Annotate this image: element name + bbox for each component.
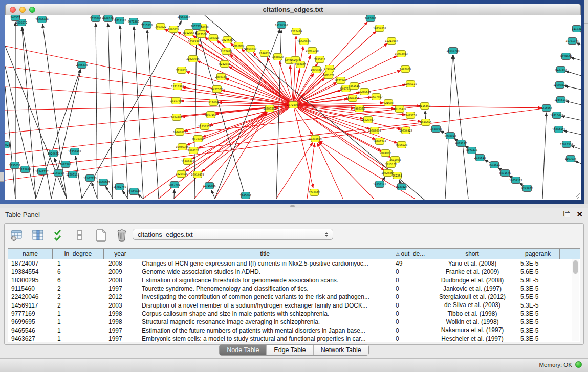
column-header-year[interactable]: year	[104, 249, 137, 259]
network-node[interactable]	[364, 117, 373, 123]
network-node[interactable]	[523, 185, 532, 192]
table-row[interactable]: 1456911722003Disruption of a novel membe…	[8, 301, 580, 309]
table-row[interactable]: 977716911998Corpus callosum shape and si…	[8, 310, 580, 318]
network-node[interactable]	[311, 136, 320, 142]
network-node[interactable]	[116, 184, 124, 190]
table-row[interactable]: 946362711997Embryonic stem cells: a mode…	[8, 335, 580, 342]
select-all-checkboxes-button[interactable]	[52, 228, 66, 243]
network-node[interactable]	[190, 38, 199, 45]
network-node[interactable]	[170, 182, 179, 188]
network-node[interactable]	[296, 61, 305, 68]
network-node[interactable]	[360, 89, 369, 95]
network-node[interactable]	[289, 102, 298, 108]
network-node[interactable]	[54, 170, 63, 177]
network-node[interactable]	[402, 127, 410, 134]
network-node[interactable]	[260, 50, 269, 57]
network-node[interactable]	[172, 114, 181, 121]
network-node[interactable]	[573, 26, 581, 32]
network-node[interactable]	[556, 82, 564, 89]
network-node[interactable]	[557, 97, 565, 103]
network-node[interactable]	[176, 129, 184, 136]
network-node[interactable]	[376, 138, 384, 145]
row-height-button[interactable]	[73, 228, 87, 243]
network-node[interactable]	[201, 123, 209, 130]
table-row[interactable]: 1872400712008Changes of HCN gene express…	[8, 259, 580, 268]
network-node[interactable]	[421, 103, 429, 110]
network-node[interactable]	[398, 184, 406, 190]
network-node[interactable]	[366, 15, 375, 22]
network-node[interactable]	[143, 22, 151, 29]
table-row[interactable]: 911546021997Tourette syndrome. Phenomeno…	[8, 285, 580, 293]
network-node[interactable]	[325, 65, 334, 72]
network-node[interactable]	[178, 144, 187, 150]
network-node[interactable]	[277, 22, 286, 29]
network-node[interactable]	[349, 95, 357, 102]
network-node[interactable]	[192, 23, 201, 30]
network-node[interactable]	[21, 166, 30, 173]
network-node[interactable]	[221, 61, 229, 68]
column-header-name[interactable]: name	[8, 249, 53, 259]
network-node[interactable]	[169, 26, 178, 33]
network-node[interactable]	[197, 31, 206, 38]
network-node[interactable]	[292, 28, 301, 35]
network-node[interactable]	[337, 77, 345, 84]
network-node[interactable]	[5, 142, 10, 148]
network-node[interactable]	[342, 85, 351, 92]
network-node[interactable]	[355, 105, 364, 112]
network-node[interactable]	[376, 181, 384, 188]
tab-edge-table[interactable]: Edge Table	[267, 345, 313, 355]
network-node[interactable]	[432, 126, 441, 133]
network-node[interactable]	[310, 189, 319, 196]
network-node[interactable]	[312, 67, 321, 73]
tab-node-table[interactable]: Node Table	[220, 345, 267, 355]
show-column-button[interactable]	[31, 228, 45, 243]
network-node[interactable]	[387, 38, 396, 45]
network-node[interactable]	[542, 105, 551, 112]
network-node[interactable]	[381, 150, 390, 157]
network-node[interactable]	[242, 192, 250, 199]
network-node[interactable]	[568, 38, 577, 45]
network-node[interactable]	[104, 15, 113, 22]
network-node[interactable]	[185, 30, 193, 36]
network-node[interactable]	[205, 183, 214, 189]
network-node[interactable]	[69, 171, 77, 178]
network-node[interactable]	[129, 18, 138, 25]
network-node[interactable]	[209, 99, 218, 106]
table-row[interactable]: 1938455462009Genome-wide association stu…	[8, 268, 580, 276]
network-node[interactable]	[38, 168, 47, 175]
network-node[interactable]	[92, 15, 100, 22]
network-node[interactable]	[49, 150, 58, 157]
network-node[interactable]	[11, 15, 20, 21]
network-node[interactable]	[300, 38, 309, 45]
close-icon[interactable]: ✕	[576, 210, 583, 218]
network-node[interactable]	[567, 156, 575, 162]
network-node[interactable]	[207, 112, 215, 118]
table-selector-dropdown[interactable]: citations_edges.txt	[133, 229, 333, 240]
network-node[interactable]	[116, 17, 124, 24]
vertical-scrollbar[interactable]	[572, 259, 579, 341]
network-node[interactable]	[555, 126, 563, 133]
network-node[interactable]	[99, 179, 108, 186]
network-node[interactable]	[316, 56, 324, 63]
table-row[interactable]: 969969511998Structural magnetic resonanc…	[8, 318, 580, 326]
network-node[interactable]	[406, 112, 415, 119]
network-node[interactable]	[193, 171, 202, 178]
network-node[interactable]	[476, 155, 485, 161]
network-node[interactable]	[180, 15, 188, 20]
collapsed-panel-handle[interactable]	[0, 172, 4, 182]
network-node[interactable]	[78, 62, 86, 69]
network-node[interactable]	[157, 24, 165, 30]
network-node[interactable]	[384, 100, 393, 106]
network-canvas[interactable]: 1872400718300295193845547463822886012489…	[5, 15, 581, 200]
column-header-title[interactable]: title	[137, 249, 393, 259]
network-node[interactable]	[177, 171, 186, 178]
network-node[interactable]	[376, 25, 384, 32]
network-node[interactable]	[308, 48, 317, 54]
network-node[interactable]	[468, 147, 476, 154]
network-node[interactable]	[557, 67, 565, 73]
network-node[interactable]	[11, 162, 19, 169]
network-node[interactable]	[384, 170, 393, 177]
network-node[interactable]	[562, 53, 571, 60]
network-node[interactable]	[372, 94, 381, 100]
network-node[interactable]	[209, 35, 218, 41]
